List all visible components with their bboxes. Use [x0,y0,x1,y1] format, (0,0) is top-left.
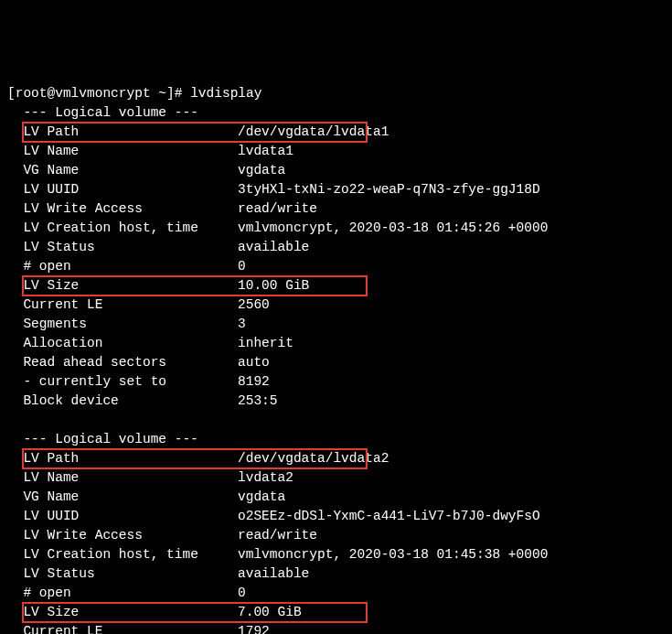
lv-field-value: vgdata [238,488,285,507]
lv-field-value: read/write [238,199,317,219]
lv-row: Allocationinherit [7,334,665,353]
lv-field-value: o2SEEz-dDSl-YxmC-a441-LiV7-b7J0-dwyFsO [238,507,540,526]
lv-row: LV Size7.00 GiB [7,603,665,622]
lv-field-value: 0 [238,257,246,276]
lv-field-value: available [238,564,309,584]
lv-field-value: 7.00 GiB [238,603,302,622]
lv-field-label: Allocation [7,334,238,353]
lv-row: LV Write Accessread/write [7,199,665,219]
lv-field-value: vmlvmoncrypt, 2020-03-18 01:45:38 +0000 [238,545,548,564]
lv-field-label: LV Creation host, time [7,545,238,564]
lv-field-value: /dev/vgdata/lvdata2 [238,449,389,468]
lv-field-value: read/write [238,526,317,545]
lv-field-label: - currently set to [7,372,238,392]
lv-field-label: LV Path [7,123,238,142]
lv-field-label: Segments [7,315,238,334]
lv-field-label: LV Write Access [7,199,238,219]
lv-field-label: Block device [7,392,238,411]
lv-field-label: Current LE [7,622,238,634]
terminal-output: [root@vmlvmoncrypt ~]# lvdisplay --- Log… [7,84,665,634]
lv-row: LV Namelvdata1 [7,142,665,161]
lv-field-label: LV Size [7,276,238,296]
lv-field-value: auto [238,353,270,372]
lv-field-label: LV Write Access [7,526,238,545]
lv-row: # open0 [7,584,665,603]
lv-field-label: LV Name [7,468,238,488]
lv-field-value: available [238,238,309,257]
lv-row: - currently set to8192 [7,372,665,392]
lv-field-label: VG Name [7,488,238,507]
lv-row: VG Namevgdata [7,161,665,180]
section-header: --- Logical volume --- [7,430,665,449]
lv-field-label: LV Status [7,564,238,584]
lv-field-value: vgdata [238,161,285,180]
prompt-text: [root@vmlvmoncrypt ~]# lvdisplay [7,86,261,101]
lv-row: Current LE2560 [7,296,665,315]
lv-row: LV Statusavailable [7,564,665,584]
lv-field-label: VG Name [7,161,238,180]
lv-field-value: 2560 [238,296,270,315]
lv-field-label: LV UUID [7,507,238,526]
lv-row: Block device253:5 [7,392,665,411]
lv-row: LV Path/dev/vgdata/lvdata1 [7,123,665,142]
lv-field-value: /dev/vgdata/lvdata1 [238,123,389,142]
lv-row: LV UUIDo2SEEz-dDSl-YxmC-a441-LiV7-b7J0-d… [7,507,665,526]
shell-prompt: [root@vmlvmoncrypt ~]# lvdisplay [7,84,665,103]
lv-row: LV Creation host, timevmlvmoncrypt, 2020… [7,545,665,564]
lv-field-value: 8192 [238,372,270,392]
lv-row: LV Statusavailable [7,238,665,257]
lv-field-value: 0 [238,584,246,603]
lv-field-value: vmlvmoncrypt, 2020-03-18 01:45:26 +0000 [238,219,548,238]
lv-row: LV UUID3tyHXl-txNi-zo22-weaP-q7N3-zfye-g… [7,180,665,199]
lv-field-label: # open [7,257,238,276]
lv-row: Segments3 [7,315,665,334]
lv-field-value: inherit [238,334,293,353]
lv-field-label: LV Name [7,142,238,161]
lv-field-label: # open [7,584,238,603]
lv-row: LV Creation host, timevmlvmoncrypt, 2020… [7,219,665,238]
lv-row: LV Size10.00 GiB [7,276,665,296]
lv-row: Current LE1792 [7,622,665,634]
blank-line [7,411,665,430]
lv-field-value: 253:5 [238,392,278,411]
lv-field-value: 3 [238,315,246,334]
lv-field-label: LV Path [7,449,238,468]
lv-row: # open0 [7,257,665,276]
lv-row: LV Path/dev/vgdata/lvdata2 [7,449,665,468]
lv-field-label: LV Creation host, time [7,219,238,238]
lv-field-value: 3tyHXl-txNi-zo22-weaP-q7N3-zfye-ggJ18D [238,180,540,199]
lv-row: VG Namevgdata [7,488,665,507]
section-header: --- Logical volume --- [7,103,665,123]
lv-field-value: lvdata2 [238,468,293,488]
lv-row: Read ahead sectorsauto [7,353,665,372]
lv-row: LV Write Accessread/write [7,526,665,545]
lv-field-value: 10.00 GiB [238,276,309,296]
lv-field-value: lvdata1 [238,142,293,161]
lv-field-value: 1792 [238,622,270,634]
lv-field-label: Current LE [7,296,238,315]
lv-field-label: LV UUID [7,180,238,199]
lv-field-label: LV Status [7,238,238,257]
lv-field-label: LV Size [7,603,238,622]
lv-field-label: Read ahead sectors [7,353,238,372]
lv-row: LV Namelvdata2 [7,468,665,488]
